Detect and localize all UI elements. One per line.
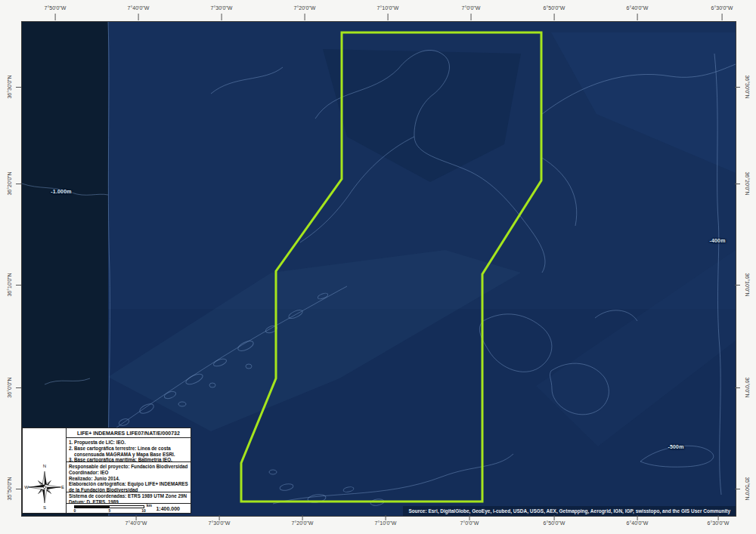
source-item: 3. Base cartográfica marítima: Batimetrí… xyxy=(69,457,188,462)
basemap-attribution: Source: Esri, DigitalGlobe, GeoEye, i-cu… xyxy=(403,506,736,516)
lon-label-bottom: 7°10'0"W xyxy=(375,520,397,526)
compass-rose-icon: N S E W xyxy=(24,461,65,510)
lon-label-top: 6°40'0"W xyxy=(627,5,649,11)
source-list: 1. Propuesta de LIC: IEO. 2. Base cartog… xyxy=(67,438,191,462)
credit-line: Realizado: Junio 2014. xyxy=(69,476,188,482)
compass-s-label: S xyxy=(42,505,45,510)
legend-text-column: LIFE+ INDEMARES LIFE07/NAT/E/000732 1. P… xyxy=(67,428,191,513)
lon-label-top: 6°50'0"W xyxy=(544,5,565,11)
scale-tick-label: 5 xyxy=(109,508,111,513)
depth-label-500m: -500m xyxy=(668,444,683,449)
lon-label-bottom: 6°40'0"W xyxy=(627,520,649,526)
lon-label-bottom: 6°50'0"W xyxy=(544,520,565,526)
scale-row: 0 5 10 km 1:400.000 xyxy=(67,504,191,513)
scale-bar-segment xyxy=(109,505,144,508)
scale-bar-segment xyxy=(74,505,110,508)
scale-tick-label: 10 xyxy=(141,508,146,513)
lon-label-top: 7°50'0"W xyxy=(45,5,67,11)
lon-label-bottom: 7°0'0"W xyxy=(460,520,479,526)
lon-label-top: 7°40'0"W xyxy=(128,5,150,11)
map-layout-page: -1.000m -400m -500m Source: Esri, Digita… xyxy=(0,0,756,534)
lon-label-bottom: 7°40'0"W xyxy=(125,520,147,526)
scale-ratio: 1:400.000 xyxy=(156,506,180,511)
project-title: LIFE+ INDEMARES LIFE07/NAT/E/000732 xyxy=(67,428,191,438)
depth-label-1000m: -1.000m xyxy=(51,189,71,194)
compass-cell: N S E W xyxy=(23,428,67,513)
credit-line: Elaboración cartográfica: Equipo LIFE+ I… xyxy=(69,481,188,492)
compass-e-label: E xyxy=(60,485,64,489)
lon-label-top: 7°0'0"W xyxy=(462,5,481,11)
depth-label-400m: -400m xyxy=(709,238,725,243)
lon-label-bottom: 6°30'0"W xyxy=(708,520,730,526)
source-item: 2. Base cartográfica terrestre: Línea de… xyxy=(69,446,188,458)
crs-line: Sistema de coordenadas: ETRS 1989 UTM Zo… xyxy=(69,493,188,499)
lon-label-bottom: 7°30'0"W xyxy=(209,520,231,526)
lon-label-top: 6°30'0"W xyxy=(711,5,733,11)
crs-block: Sistema de coordenadas: ETRS 1989 UTM Zo… xyxy=(67,492,191,504)
compass-w-label: W xyxy=(24,485,29,489)
credits-block: Responsable del proyecto: Fundación Biod… xyxy=(67,462,191,492)
credit-line: Responsable del proyecto: Fundación Biod… xyxy=(69,464,188,470)
scale-bar: 0 5 10 km xyxy=(74,504,145,513)
credit-line: Coordinador: IEO xyxy=(69,470,188,476)
scale-unit-label: km xyxy=(147,503,152,508)
source-item: 1. Propuesta de LIC: IEO. xyxy=(69,440,188,446)
scale-tick-label: 0 xyxy=(74,508,76,513)
lon-label-bottom: 7°20'0"W xyxy=(292,520,314,526)
legend-box: N S E W LIFE+ INDEMARES LIFE07/NAT/E/000… xyxy=(22,428,191,514)
lon-label-top: 7°10'0"W xyxy=(377,5,399,11)
lon-label-top: 7°30'0"W xyxy=(211,5,233,11)
compass-n-label: N xyxy=(42,464,45,468)
lon-label-top: 7°20'0"W xyxy=(294,5,316,11)
